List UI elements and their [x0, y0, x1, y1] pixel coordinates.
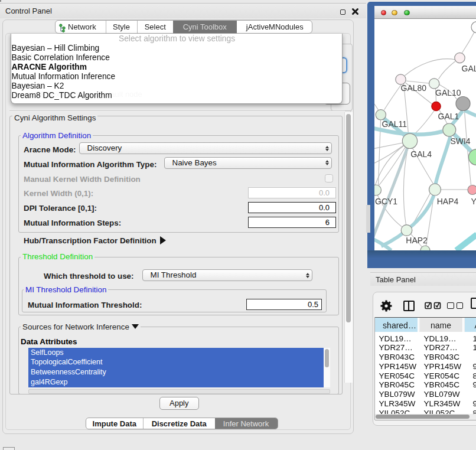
svg-text:SWI4: SWI4	[450, 136, 470, 146]
svg-text:GAL80: GAL80	[400, 83, 426, 93]
svg-text:HAP4: HAP4	[436, 197, 458, 206]
svg-text:HAP2: HAP2	[406, 236, 428, 245]
svg-text:GAL7: GAL7	[461, 64, 476, 73]
svg-text:GAL11: GAL11	[382, 119, 407, 129]
svg-text:GAL4: GAL4	[410, 149, 432, 159]
svg-text:GAL1: GAL1	[438, 112, 459, 121]
svg-text:GAL10: GAL10	[435, 88, 461, 97]
svg-text:Y: Y	[471, 197, 476, 206]
svg-text:GCY1: GCY1	[375, 197, 397, 206]
